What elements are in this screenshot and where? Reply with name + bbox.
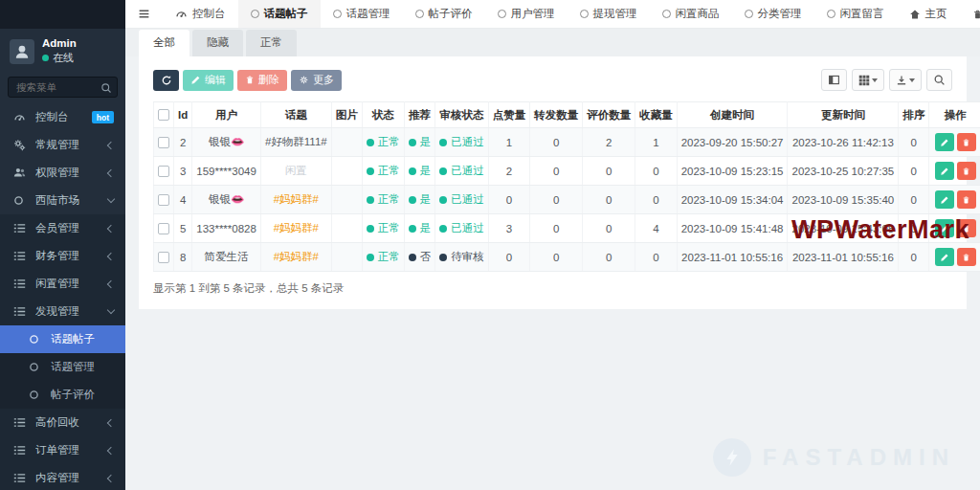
row-checkbox[interactable] bbox=[158, 166, 169, 177]
column-header-用户: 用户 bbox=[192, 102, 261, 128]
status-dot-icon bbox=[409, 139, 416, 146]
sidebar-toggle-button[interactable] bbox=[125, 0, 163, 28]
cell-image bbox=[331, 214, 362, 243]
circle-icon bbox=[827, 10, 835, 18]
sidebar-username: Admin bbox=[42, 37, 77, 49]
cell-comments: 0 bbox=[583, 186, 635, 214]
main-area: 控制台话题帖子话题管理帖子评价用户管理提现管理闲置商品分类管理闲置留言 主页 清… bbox=[125, 0, 980, 490]
person-icon bbox=[13, 43, 31, 60]
column-header-创建时间: 创建时间 bbox=[677, 102, 788, 128]
status-dot-icon bbox=[367, 167, 374, 175]
cell-updated: 2023-10-25 10:27:35 bbox=[788, 157, 899, 186]
sidebar-item-高价回收[interactable]: 高价回收 bbox=[0, 409, 125, 436]
sidebar-item-label: 常规管理 bbox=[35, 138, 108, 152]
nav-tab-用户管理[interactable]: 用户管理 bbox=[485, 0, 568, 28]
row-checkbox[interactable] bbox=[158, 223, 169, 234]
filter-tab-全部[interactable]: 全部 bbox=[139, 30, 189, 56]
filter-tab-隐藏[interactable]: 隐藏 bbox=[192, 30, 243, 56]
more-button[interactable]: 更多 bbox=[291, 70, 342, 91]
column-header-更新时间: 更新时间 bbox=[788, 102, 899, 128]
clear-cache-button[interactable]: 清除缓存 bbox=[960, 0, 980, 28]
sidebar-item-label: 西陆市场 bbox=[35, 193, 108, 208]
cell-audit: 待审核 bbox=[435, 243, 489, 272]
nav-tab-话题帖子[interactable]: 话题帖子 bbox=[238, 0, 321, 28]
sidebar-item-话题帖子[interactable]: 话题帖子 bbox=[0, 325, 125, 353]
circle-icon bbox=[415, 10, 424, 18]
nav-tab-话题管理[interactable]: 话题管理 bbox=[321, 0, 403, 28]
cell-comments: 0 bbox=[583, 214, 635, 243]
status-label: 是 bbox=[420, 192, 432, 207]
home-link[interactable]: 主页 bbox=[897, 0, 960, 28]
sidebar-item-常规管理[interactable]: 常规管理 bbox=[0, 131, 125, 159]
cell-favorites: 0 bbox=[635, 157, 678, 186]
nav-tab-label: 提现管理 bbox=[593, 7, 637, 21]
sidebar-item-订单管理[interactable]: 订单管理 bbox=[0, 436, 125, 464]
users-icon bbox=[13, 167, 29, 179]
sidebar-item-财务管理[interactable]: 财务管理 bbox=[0, 242, 125, 270]
row-delete-button[interactable] bbox=[957, 190, 976, 209]
row-delete-button[interactable] bbox=[957, 162, 976, 180]
row-checkbox[interactable] bbox=[158, 252, 169, 263]
row-edit-button[interactable] bbox=[935, 219, 954, 237]
filter-tab-正常[interactable]: 正常 bbox=[246, 30, 297, 56]
row-edit-button[interactable] bbox=[935, 133, 954, 151]
cell-favorites: 0 bbox=[635, 186, 678, 214]
table-search-button[interactable] bbox=[926, 69, 952, 91]
row-delete-button[interactable] bbox=[957, 133, 976, 151]
sidebar-item-会员管理[interactable]: 会员管理 bbox=[0, 214, 125, 242]
caret-down-icon bbox=[909, 78, 915, 82]
refresh-button[interactable] bbox=[153, 70, 179, 91]
row-edit-button[interactable] bbox=[935, 248, 954, 266]
sidebar-item-控制台[interactable]: 控制台hot bbox=[0, 103, 125, 131]
row-delete-button[interactable] bbox=[957, 219, 976, 237]
sidebar-item-权限管理[interactable]: 权限管理 bbox=[0, 159, 125, 187]
circle-icon bbox=[580, 10, 589, 18]
row-delete-button[interactable] bbox=[957, 248, 976, 266]
chevron-left-icon bbox=[107, 279, 115, 287]
caret-down-icon bbox=[872, 78, 878, 82]
cell-user: 银银👄 bbox=[192, 186, 261, 214]
row-edit-button[interactable] bbox=[935, 162, 954, 180]
row-checkbox[interactable] bbox=[158, 137, 169, 148]
select-all-checkbox[interactable] bbox=[158, 109, 169, 121]
cell-user: 简爱生活 bbox=[192, 243, 261, 272]
hot-badge: hot bbox=[92, 111, 114, 123]
status-label: 正常 bbox=[378, 135, 400, 149]
nav-tab-帖子评价[interactable]: 帖子评价 bbox=[403, 0, 485, 28]
chevron-left-icon bbox=[107, 224, 115, 232]
status-dot-icon bbox=[439, 167, 447, 175]
sidebar-item-闲置管理[interactable]: 闲置管理 bbox=[0, 270, 125, 298]
nav-tab-控制台[interactable]: 控制台 bbox=[163, 0, 238, 28]
cell-topic: #妈妈群# bbox=[260, 243, 331, 272]
gauge-icon bbox=[13, 111, 29, 123]
nav-tab-闲置商品[interactable]: 闲置商品 bbox=[650, 0, 732, 28]
cell-user: 银银👄 bbox=[192, 128, 261, 157]
sidebar-item-帖子评价[interactable]: 帖子评价 bbox=[0, 381, 125, 409]
cell-actions bbox=[929, 157, 980, 186]
sidebar-item-内容管理[interactable]: 内容管理 bbox=[0, 464, 125, 490]
circle-icon bbox=[29, 390, 44, 400]
nav-tab-分类管理[interactable]: 分类管理 bbox=[732, 0, 814, 28]
sidebar-item-西陆市场[interactable]: 西陆市场 bbox=[0, 187, 125, 214]
cell-forwards: 0 bbox=[530, 186, 583, 214]
row-edit-button[interactable] bbox=[935, 190, 954, 209]
sidebar-item-发现管理[interactable]: 发现管理 bbox=[0, 298, 125, 325]
export-button[interactable] bbox=[889, 69, 922, 91]
status-label: 已通过 bbox=[451, 135, 484, 149]
more-label: 更多 bbox=[313, 73, 334, 87]
status-dot-icon bbox=[439, 254, 447, 261]
row-checkbox[interactable] bbox=[158, 194, 169, 206]
nav-tab-提现管理[interactable]: 提现管理 bbox=[568, 0, 650, 28]
columns-button[interactable] bbox=[852, 69, 884, 91]
cell-image bbox=[331, 128, 362, 157]
sidebar-item-话题管理[interactable]: 话题管理 bbox=[0, 353, 125, 381]
column-header-Id: Id bbox=[174, 102, 192, 128]
cell-forwards: 0 bbox=[530, 243, 583, 272]
edit-button[interactable]: 编辑 bbox=[183, 70, 234, 91]
toggle-view-button[interactable] bbox=[821, 69, 847, 91]
status-label: 正常 bbox=[378, 164, 400, 178]
status-dot-icon bbox=[439, 225, 447, 233]
nav-tab-闲置留言[interactable]: 闲置留言 bbox=[814, 0, 897, 28]
cell-topic: 闲置 bbox=[260, 157, 331, 186]
delete-button[interactable]: 删除 bbox=[237, 70, 287, 91]
